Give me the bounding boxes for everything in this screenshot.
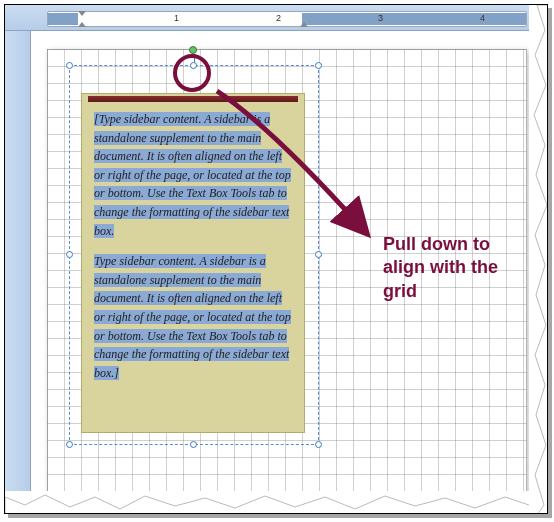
resize-handle-ne[interactable] — [315, 62, 322, 69]
first-line-indent-marker[interactable] — [78, 11, 86, 16]
textbox-content[interactable]: [Type sidebar content. A sidebar is a st… — [94, 110, 292, 394]
resize-handle-se[interactable] — [315, 441, 322, 448]
ruler-number: 1 — [174, 13, 179, 23]
resize-handle-s[interactable] — [190, 441, 197, 448]
rotation-handle[interactable] — [189, 46, 197, 54]
torn-edge-bottom — [5, 491, 547, 514]
ruler-margin-left — [48, 13, 78, 25]
ruler-number: 2 — [276, 13, 281, 23]
screenshot-frame: 1 2 3 4 [Type sidebar content. A sidebar… — [4, 4, 548, 514]
horizontal-ruler-area: 1 2 3 4 — [5, 5, 547, 31]
vertical-ruler-area — [5, 31, 31, 513]
sidebar-textbox[interactable]: [Type sidebar content. A sidebar is a st… — [81, 93, 305, 433]
torn-edge-right — [529, 5, 548, 513]
annotation-text: Pull down to align with the grid — [383, 233, 513, 303]
ruler-margin-right — [302, 13, 526, 25]
ruler-number: 3 — [378, 13, 383, 23]
textbox-accent-bar — [88, 96, 298, 102]
hanging-indent-marker[interactable] — [78, 22, 86, 27]
right-indent-marker[interactable] — [300, 22, 308, 27]
resize-handle-e[interactable] — [315, 251, 322, 258]
resize-handle-sw[interactable] — [66, 441, 73, 448]
resize-handle-nw[interactable] — [66, 62, 73, 69]
horizontal-ruler[interactable]: 1 2 3 4 — [47, 11, 527, 27]
annotation-circle — [173, 54, 211, 92]
textbox-para1: [Type sidebar content. A sidebar is a st… — [94, 112, 291, 238]
ruler-number: 4 — [480, 13, 485, 23]
resize-handle-w[interactable] — [66, 251, 73, 258]
textbox-para2: Type sidebar content. A sidebar is a sta… — [94, 254, 291, 380]
